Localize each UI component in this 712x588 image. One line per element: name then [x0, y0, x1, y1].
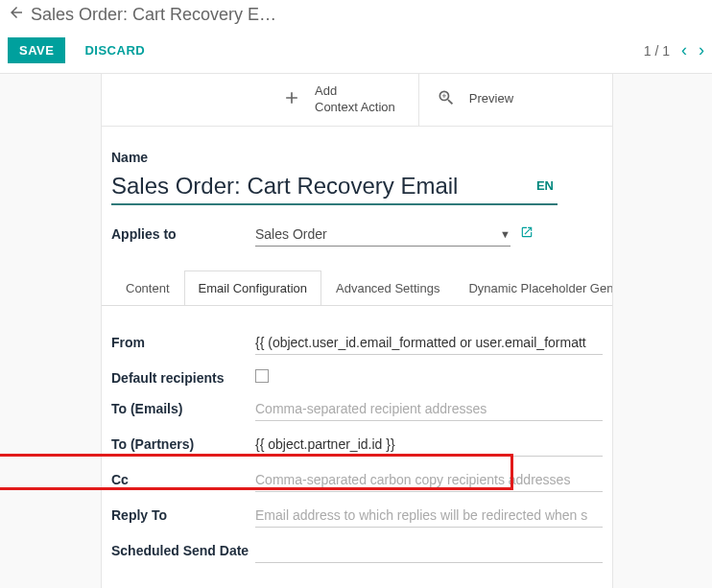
reply-to-input[interactable] [255, 504, 603, 528]
preview-label: Preview [469, 91, 513, 107]
scheduled-send-date-input[interactable] [255, 539, 603, 563]
form-sheet: Add Context Action Preview Name EN [101, 74, 613, 588]
lang-badge[interactable]: EN [536, 178, 558, 193]
applies-to-label: Applies to [111, 226, 255, 242]
name-input-wrap: EN [111, 171, 558, 205]
field-scheduled-send-date: Scheduled Send Date [111, 533, 603, 569]
default-recipients-checkbox[interactable] [255, 369, 269, 383]
pager-text: 1 / 1 [644, 43, 670, 59]
add-context-label: Add Context Action [315, 83, 395, 116]
breadcrumb-title: Sales Order: Cart Recovery E… [31, 5, 276, 25]
field-to-emails: To (Emails) [111, 391, 603, 427]
top-bar: Sales Order: Cart Recovery E… [0, 0, 712, 30]
field-to-partners: To (Partners) [111, 427, 603, 462]
field-default-recipients: Default recipients [111, 361, 603, 391]
back-arrow-icon[interactable] [8, 4, 25, 26]
applies-to-value: Sales Order [255, 226, 500, 242]
content-area: Add Context Action Preview Name EN [0, 74, 712, 588]
email-config-fields: From Default recipients To (Emails) To (… [111, 306, 603, 569]
to-partners-input[interactable] [255, 433, 603, 457]
field-cc: Cc [111, 462, 603, 498]
preview-button[interactable]: Preview [418, 74, 536, 126]
field-from: From [111, 325, 603, 361]
default-recipients-label: Default recipients [111, 366, 255, 386]
applies-to-select[interactable]: Sales Order ▼ [255, 223, 510, 247]
caret-down-icon: ▼ [500, 228, 510, 240]
name-row: Name EN [111, 150, 603, 205]
applies-to-row: Applies to Sales Order ▼ [111, 223, 603, 247]
tab-dynamic-placeholder[interactable]: Dynamic Placeholder Generator [454, 270, 612, 306]
discard-button[interactable]: DISCARD [73, 37, 156, 63]
from-input[interactable] [255, 331, 603, 355]
plus-icon [282, 88, 301, 110]
to-emails-input[interactable] [255, 397, 603, 421]
form-body: Name EN Applies to Sales Order ▼ Content [102, 127, 612, 588]
tab-advanced-settings[interactable]: Advanced Settings [321, 270, 454, 306]
name-input[interactable] [111, 171, 536, 201]
cc-label: Cc [111, 468, 255, 487]
pager-prev-icon[interactable]: ‹ [681, 40, 687, 60]
action-bar: SAVE DISCARD 1 / 1 ‹ › [0, 30, 712, 74]
pager-next-icon[interactable]: › [699, 40, 704, 60]
cc-input[interactable] [255, 468, 603, 492]
field-reply-to: Reply To [111, 498, 603, 533]
tabs: Content Email Configuration Advanced Set… [102, 270, 612, 306]
tab-content[interactable]: Content [111, 270, 184, 306]
save-button[interactable]: SAVE [8, 37, 65, 63]
magnify-plus-icon [437, 88, 456, 110]
add-context-action-button[interactable]: Add Context Action [265, 74, 418, 126]
to-emails-label: To (Emails) [111, 397, 255, 416]
reply-to-label: Reply To [111, 504, 255, 523]
from-label: From [111, 331, 255, 350]
scheduled-send-date-label: Scheduled Send Date [111, 539, 255, 558]
external-link-icon[interactable] [520, 225, 534, 243]
button-box: Add Context Action Preview [102, 74, 612, 127]
pager: 1 / 1 ‹ › [644, 40, 704, 60]
tab-email-configuration[interactable]: Email Configuration [184, 270, 321, 306]
name-label: Name [111, 150, 603, 165]
to-partners-label: To (Partners) [111, 433, 255, 452]
